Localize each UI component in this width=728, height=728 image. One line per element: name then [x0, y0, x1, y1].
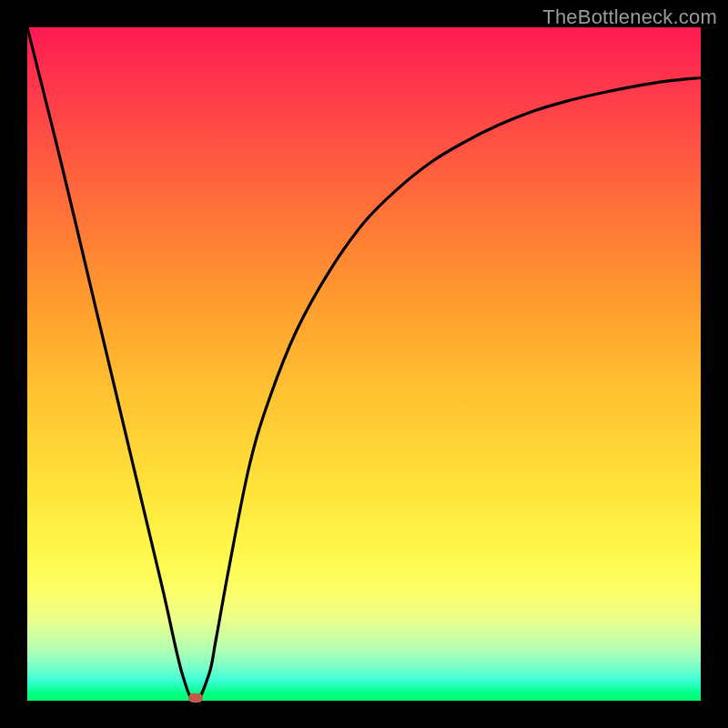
- plot-area: [27, 27, 701, 701]
- optimal-point-marker: [188, 693, 203, 703]
- bottleneck-curve: [27, 27, 701, 701]
- chart-frame: TheBottleneck.com: [0, 0, 728, 728]
- watermark-text: TheBottleneck.com: [542, 5, 717, 29]
